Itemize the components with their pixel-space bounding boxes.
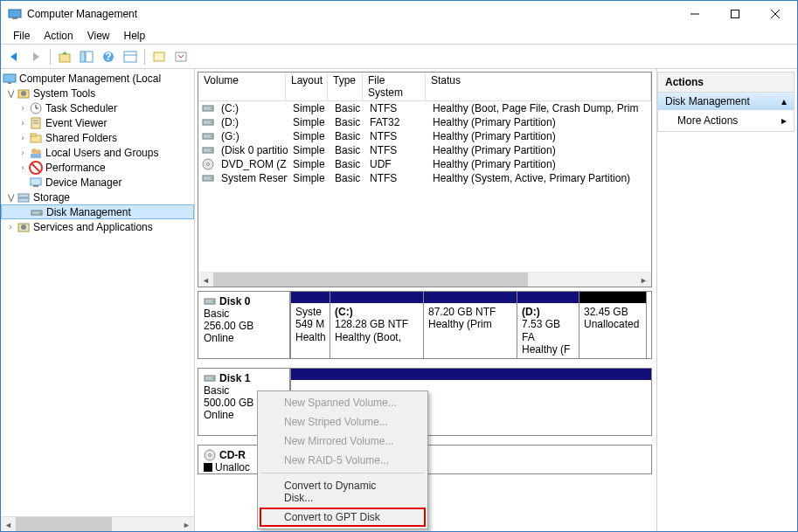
actions-category[interactable]: Disk Management ▴ bbox=[657, 93, 795, 110]
menu-file[interactable]: File bbox=[6, 28, 37, 44]
svg-point-51 bbox=[211, 177, 212, 179]
tree-device-manager[interactable]: Device Manager bbox=[1, 175, 194, 190]
volume-scrollbar[interactable]: ◄ ► bbox=[198, 272, 651, 287]
disk-size: 256.00 GB bbox=[204, 320, 284, 332]
tree-local-users[interactable]: › Local Users and Groups bbox=[1, 145, 194, 160]
actions-header: Actions bbox=[657, 72, 795, 93]
vol-type: Basic bbox=[330, 102, 364, 114]
up-button[interactable] bbox=[55, 47, 74, 66]
svg-rect-35 bbox=[18, 198, 29, 202]
back-button[interactable] bbox=[4, 47, 24, 66]
ctx-convert-gpt[interactable]: Convert to GPT Disk bbox=[260, 508, 426, 527]
minimize-button[interactable] bbox=[675, 1, 715, 27]
ctx-new-raid5[interactable]: New RAID-5 Volume... bbox=[260, 451, 426, 470]
volume-row[interactable]: (D:)SimpleBasicFAT32Healthy (Primary Par… bbox=[198, 115, 651, 129]
vol-layout: Simple bbox=[288, 116, 330, 128]
refresh-button[interactable] bbox=[171, 47, 191, 66]
show-hide-tree-button[interactable] bbox=[77, 47, 96, 66]
disk-title: Disk 0 bbox=[219, 295, 250, 307]
volume-row[interactable]: (C:)SimpleBasicNTFSHealthy (Boot, Page F… bbox=[198, 101, 651, 115]
partition-box[interactable]: 87.20 GB NTFHealthy (Prim bbox=[423, 291, 517, 359]
expand-icon[interactable]: ⋁ bbox=[4, 193, 17, 202]
volume-row[interactable]: DVD_ROM (Z:)SimpleBasicUDFHealthy (Prima… bbox=[198, 157, 651, 171]
svg-rect-6 bbox=[59, 54, 70, 62]
maximize-button[interactable] bbox=[715, 1, 755, 27]
disk-header[interactable]: Disk 0Basic256.00 GBOnline bbox=[198, 292, 290, 358]
menu-help[interactable]: Help bbox=[117, 28, 153, 44]
expand-icon[interactable]: › bbox=[17, 104, 29, 113]
scroll-thumb[interactable] bbox=[213, 273, 528, 287]
disk-title: CD-R bbox=[219, 449, 246, 461]
forward-button[interactable] bbox=[26, 47, 45, 66]
vol-layout: Simple bbox=[288, 158, 330, 170]
svg-point-55 bbox=[212, 377, 214, 379]
view-button[interactable] bbox=[121, 47, 140, 66]
col-status[interactable]: Status bbox=[426, 73, 651, 100]
tree-storage[interactable]: ⋁ Storage bbox=[1, 190, 194, 204]
ctx-new-striped[interactable]: New Striped Volume... bbox=[260, 412, 426, 432]
tree-task-scheduler[interactable]: › Task Scheduler bbox=[1, 100, 194, 115]
more-actions[interactable]: More Actions ▸ bbox=[657, 110, 795, 132]
help-button[interactable]: ? bbox=[99, 47, 118, 66]
tree-label: System Tools bbox=[33, 87, 95, 100]
drive-icon bbox=[202, 172, 214, 184]
svg-point-49 bbox=[207, 163, 210, 166]
col-filesystem[interactable]: File System bbox=[363, 73, 426, 100]
tree-disk-management[interactable]: Disk Management bbox=[1, 204, 194, 219]
svg-point-53 bbox=[212, 301, 214, 302]
vol-status: Healthy (Primary Partition) bbox=[427, 158, 651, 170]
col-volume[interactable]: Volume bbox=[198, 73, 286, 100]
svg-rect-26 bbox=[31, 134, 36, 136]
chevron-right-icon: ▸ bbox=[781, 114, 787, 127]
tree-label: Device Manager bbox=[45, 176, 121, 189]
tree-label: Disk Management bbox=[46, 206, 131, 218]
partition-bar bbox=[291, 369, 651, 380]
tree-scrollbar[interactable]: ◄ ► bbox=[1, 516, 194, 531]
partition-bar bbox=[579, 292, 646, 303]
ctx-new-mirrored[interactable]: New Mirrored Volume... bbox=[260, 432, 426, 451]
expand-icon[interactable]: › bbox=[17, 149, 29, 157]
menu-action[interactable]: Action bbox=[37, 28, 80, 44]
partition-box[interactable]: Syste549 MHealth bbox=[290, 291, 330, 359]
menu-view[interactable]: View bbox=[80, 28, 117, 44]
expand-icon[interactable]: › bbox=[17, 134, 29, 142]
volume-row[interactable]: System ReservedSimpleBasicNTFSHealthy (S… bbox=[198, 171, 651, 185]
expand-icon[interactable]: › bbox=[17, 119, 29, 128]
col-type[interactable]: Type bbox=[328, 73, 363, 100]
svg-point-43 bbox=[211, 121, 212, 123]
settings-button[interactable] bbox=[149, 47, 169, 66]
expand-icon[interactable]: › bbox=[17, 163, 29, 172]
tree-label: Storage bbox=[33, 191, 70, 204]
partition-box[interactable]: (C:)128.28 GB NTFHealthy (Boot, bbox=[330, 291, 424, 359]
disk-row[interactable]: Disk 0Basic256.00 GBOnlineSyste549 MHeal… bbox=[198, 291, 652, 359]
ctx-new-spanned[interactable]: New Spanned Volume... bbox=[260, 393, 426, 412]
vol-name: DVD_ROM (Z:) bbox=[216, 158, 288, 170]
disk-icon bbox=[204, 449, 216, 461]
partition-box[interactable]: 32.45 GBUnallocated bbox=[579, 291, 647, 359]
scroll-right-icon[interactable]: ► bbox=[636, 273, 651, 287]
scroll-right-icon[interactable]: ► bbox=[179, 517, 194, 531]
volume-row[interactable]: (Disk 0 partition 4)SimpleBasicNTFSHealt… bbox=[198, 143, 651, 157]
tree-label: Task Scheduler bbox=[45, 102, 117, 114]
volume-row[interactable]: (G:)SimpleBasicNTFSHealthy (Primary Part… bbox=[198, 129, 651, 143]
tree-event-viewer[interactable]: › Event Viewer bbox=[1, 115, 194, 130]
tree-performance[interactable]: › Performance bbox=[1, 160, 194, 175]
more-actions-label: More Actions bbox=[677, 114, 738, 127]
tree-shared-folders[interactable]: › Shared Folders bbox=[1, 130, 194, 145]
partition-bar bbox=[291, 292, 330, 303]
scroll-left-icon[interactable]: ◄ bbox=[198, 273, 213, 287]
partition-box[interactable]: (D:)7.53 GB FAHealthy (F bbox=[517, 291, 579, 359]
tree-label: Performance bbox=[45, 162, 106, 174]
tree-systools[interactable]: ⋁ System Tools bbox=[1, 86, 194, 100]
ctx-convert-dynamic[interactable]: Convert to Dynamic Disk... bbox=[260, 476, 426, 508]
partition-label: (C:)128.28 GB NTFHealthy (Boot, bbox=[330, 303, 423, 346]
expand-icon[interactable]: › bbox=[4, 223, 17, 231]
svg-point-41 bbox=[211, 107, 212, 109]
expand-icon[interactable]: ⋁ bbox=[4, 89, 17, 98]
close-button[interactable] bbox=[755, 1, 795, 27]
scroll-thumb[interactable] bbox=[16, 517, 112, 531]
scroll-left-icon[interactable]: ◄ bbox=[1, 517, 16, 531]
tree-root[interactable]: Computer Management (Local bbox=[1, 71, 194, 86]
tree-services-apps[interactable]: › Services and Applications bbox=[1, 219, 194, 234]
col-layout[interactable]: Layout bbox=[286, 73, 328, 100]
